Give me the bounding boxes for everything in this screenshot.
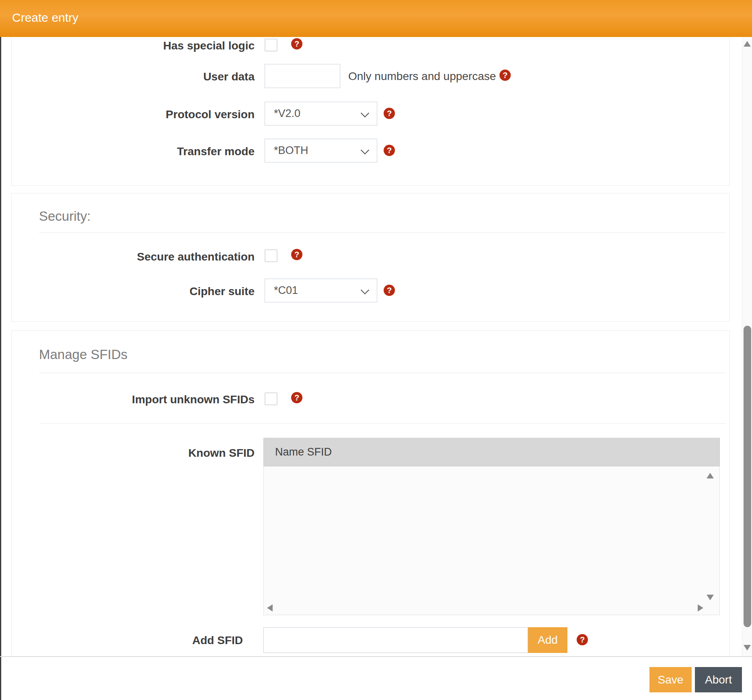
listbox-body[interactable] xyxy=(263,466,720,615)
listbox-header: Name SFID xyxy=(263,438,720,466)
save-button[interactable]: Save xyxy=(649,667,692,692)
secure-authentication-label: Secure authentication xyxy=(52,250,255,264)
manage-sfids-section-heading: Manage SFIDs xyxy=(39,347,127,362)
modal-title: Create entry xyxy=(12,0,78,37)
scroll-left-icon[interactable] xyxy=(267,604,273,612)
protocol-version-label: Protocol version xyxy=(52,108,255,121)
chevron-down-icon xyxy=(361,146,369,154)
add-sfid-label: Add SFID xyxy=(40,634,243,647)
help-icon[interactable]: ? xyxy=(577,634,588,645)
chevron-down-icon xyxy=(361,286,369,294)
transfer-mode-value: *BOTH xyxy=(274,139,308,162)
import-unknown-sfids-checkbox[interactable] xyxy=(265,392,277,405)
help-icon[interactable]: ? xyxy=(384,285,395,296)
divider xyxy=(39,373,726,373)
security-section-heading: Security: xyxy=(39,209,90,224)
page-edge-strip xyxy=(0,37,1,700)
known-sfid-listbox[interactable]: Name SFID xyxy=(263,438,720,615)
page-scrollbar[interactable] xyxy=(742,37,752,656)
add-sfid-button[interactable]: Add xyxy=(528,627,567,653)
help-icon[interactable]: ? xyxy=(291,38,302,49)
divider xyxy=(39,423,726,424)
scrollbar-down-icon[interactable] xyxy=(744,645,751,651)
add-sfid-input[interactable] xyxy=(263,627,528,653)
known-sfid-label: Known SFID xyxy=(52,446,255,460)
scroll-down-icon[interactable] xyxy=(707,595,714,600)
help-icon[interactable]: ? xyxy=(384,108,395,119)
transfer-mode-label: Transfer mode xyxy=(52,145,255,158)
cipher-suite-value: *C01 xyxy=(274,279,298,302)
scroll-up-icon[interactable] xyxy=(707,473,714,478)
scroll-right-icon[interactable] xyxy=(698,604,703,612)
import-unknown-sfids-label: Import unknown SFIDs xyxy=(52,393,255,406)
scrollbar-up-icon[interactable] xyxy=(744,41,751,47)
user-data-hint: Only numbers and uppercase xyxy=(348,70,496,83)
panel-general: Has special logic ? User data Only numbe… xyxy=(11,20,730,186)
listbox-header-label: Name SFID xyxy=(275,438,332,466)
user-data-input[interactable] xyxy=(265,64,340,88)
has-special-logic-checkbox[interactable] xyxy=(265,39,277,51)
cipher-suite-select[interactable]: *C01 xyxy=(265,279,377,302)
help-icon[interactable]: ? xyxy=(291,249,302,260)
modal-header: Create entry xyxy=(0,0,752,37)
chevron-down-icon xyxy=(361,109,369,117)
abort-button[interactable]: Abort xyxy=(695,667,742,692)
scrollbar-thumb[interactable] xyxy=(744,326,751,627)
help-icon[interactable]: ? xyxy=(291,392,302,403)
transfer-mode-select[interactable]: *BOTH xyxy=(265,139,377,162)
footer-divider xyxy=(0,656,752,657)
has-special-logic-label: Has special logic xyxy=(52,39,255,53)
protocol-version-select[interactable]: *V2.0 xyxy=(265,102,377,125)
help-icon[interactable]: ? xyxy=(384,145,395,156)
panel-security: Security: Secure authentication ? Cipher… xyxy=(11,193,730,322)
divider xyxy=(39,232,726,233)
cipher-suite-label: Cipher suite xyxy=(52,285,255,298)
secure-authentication-checkbox[interactable] xyxy=(265,249,277,262)
protocol-version-value: *V2.0 xyxy=(274,102,300,125)
user-data-label: User data xyxy=(52,70,255,84)
create-entry-modal: Has special logic ? User data Only numbe… xyxy=(0,0,752,700)
help-icon[interactable]: ? xyxy=(499,70,511,81)
